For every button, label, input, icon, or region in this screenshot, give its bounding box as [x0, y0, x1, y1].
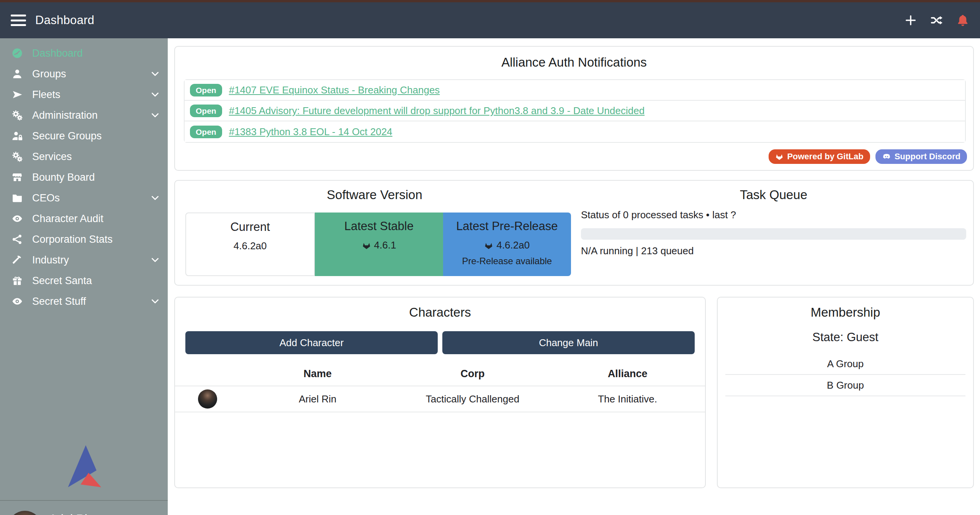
list-item: Open #1407 EVE Equinox Status - Breaking…	[185, 80, 965, 101]
membership-groups: A Group B Group	[718, 353, 973, 396]
version-stable-label: Latest Stable	[315, 219, 443, 233]
add-character-button[interactable]: Add Character	[185, 331, 438, 354]
status-badge: Open	[190, 126, 222, 138]
sidebar-nav: Dashboard Groups Fleets Administration S…	[0, 38, 168, 312]
version-stable-value: 4.6.1	[315, 239, 443, 251]
status-badge: Open	[190, 105, 222, 117]
tachometer-icon	[11, 47, 24, 59]
notification-link[interactable]: #1407 EVE Equinox Status - Breaking Chan…	[229, 84, 440, 96]
sidebar-item-bounty-board[interactable]: Bounty Board	[0, 167, 168, 188]
version-prerelease-label: Latest Pre-Release	[443, 219, 571, 233]
eye-icon	[11, 295, 24, 307]
membership-title: Membership	[718, 305, 973, 320]
gitlab-icon	[362, 241, 371, 250]
notifications-list: Open #1407 EVE Equinox Status - Breaking…	[184, 79, 966, 143]
task-queue-summary: N/A running | 213 queued	[581, 245, 694, 257]
share-icon	[11, 233, 24, 245]
gitlab-badge-label: Powered by GitLab	[787, 152, 863, 161]
sidebar: Dashboard Groups Fleets Administration S…	[0, 38, 168, 515]
discord-badge-label: Support Discord	[895, 152, 960, 161]
hammer-icon	[11, 254, 24, 266]
navbar-actions	[903, 13, 970, 28]
version-prerelease-note: Pre-Release available	[443, 256, 571, 266]
store-icon	[11, 171, 24, 183]
notification-link[interactable]: #1405 Advisory: Future development will …	[229, 105, 645, 117]
sidebar-item-fleets[interactable]: Fleets	[0, 84, 168, 105]
list-item: A Group	[725, 353, 965, 375]
chevron-down-icon	[150, 193, 160, 203]
chevron-down-icon	[150, 90, 160, 100]
sidebar-item-dashboard[interactable]: Dashboard	[0, 43, 168, 64]
sidebar-item-ceos[interactable]: CEOs	[0, 188, 168, 208]
top-navbar: Dashboard	[0, 2, 980, 38]
sidebar-item-secret-santa[interactable]: Secret Santa	[0, 270, 168, 291]
jet-icon	[11, 88, 24, 101]
notifications-title: Alliance Auth Notifications	[175, 55, 973, 70]
sidebar-item-secret-stuff[interactable]: Secret Stuff	[0, 291, 168, 312]
gift-icon	[11, 275, 24, 287]
characters-buttons: Add Character Change Main	[185, 331, 695, 354]
version-stable-cell: Latest Stable 4.6.1	[315, 213, 443, 276]
cell-corp: Tactically Challenged	[395, 393, 550, 405]
sidebar-item-services[interactable]: Services	[0, 146, 168, 167]
gitlab-badge[interactable]: Powered by GitLab	[769, 149, 870, 164]
folder-icon	[11, 192, 24, 204]
version-current-label: Current	[186, 220, 314, 234]
sidebar-item-corporation-stats[interactable]: Corporation Stats	[0, 229, 168, 250]
user-icon	[11, 68, 24, 80]
list-item: B Group	[725, 375, 965, 396]
task-queue-progressbar	[581, 228, 966, 240]
chevron-down-icon	[150, 255, 160, 265]
sidebar-item-industry[interactable]: Industry	[0, 250, 168, 270]
characters-panel: Characters Add Character Change Main Nam…	[174, 297, 706, 488]
alliance-auth-logo	[61, 442, 107, 492]
gears-icon	[11, 109, 24, 121]
notifications-footer: Powered by GitLab Support Discord	[769, 149, 967, 164]
plus-icon[interactable]	[903, 13, 918, 28]
version-table: Current 4.6.2a0 Latest Stable 4.6.1 Late…	[185, 213, 571, 276]
version-prerelease-value: 4.6.2a0	[443, 239, 571, 251]
avatar	[198, 389, 217, 409]
page: Dashboard Dashboard Groups Fleets	[0, 0, 980, 515]
chevron-down-icon	[150, 110, 160, 120]
user-lock-icon	[11, 130, 24, 142]
notifications-panel: Alliance Auth Notifications Open #1407 E…	[174, 46, 974, 171]
discord-badge[interactable]: Support Discord	[875, 149, 967, 164]
list-item: Open #1383 Python 3.8 EOL - 14 Oct 2024	[185, 121, 965, 142]
user-panel: Ariel Rin Tactically Challenged The Init…	[0, 501, 168, 515]
eye-icon	[11, 213, 24, 225]
gitlab-icon	[484, 241, 493, 250]
version-prerelease-cell: Latest Pre-Release 4.6.2a0 Pre-Release a…	[443, 213, 571, 276]
task-queue-status: Status of 0 processed tasks • last ?	[581, 209, 736, 221]
characters-table: Name Corp Alliance Ariel Rin Tactically …	[175, 362, 705, 412]
version-current-value: 4.6.2a0	[186, 240, 314, 252]
sidebar-item-administration[interactable]: Administration	[0, 105, 168, 126]
membership-state: State: Guest	[718, 330, 973, 344]
change-main-button[interactable]: Change Main	[442, 331, 695, 354]
menu-icon[interactable]	[11, 15, 26, 26]
table-header-row: Name Corp Alliance	[175, 362, 705, 386]
chevron-down-icon	[150, 69, 160, 79]
characters-title: Characters	[175, 305, 705, 320]
shuffle-icon[interactable]	[929, 13, 944, 28]
sidebar-item-groups[interactable]: Groups	[0, 64, 168, 84]
header-corp: Corp	[395, 368, 550, 380]
header-name: Name	[240, 368, 395, 380]
user-name: Ariel Rin	[49, 512, 94, 515]
bell-icon[interactable]	[955, 13, 970, 28]
sidebar-item-character-audit[interactable]: Character Audit	[0, 208, 168, 229]
software-version-section: Software Version Current 4.6.2a0 Latest …	[175, 181, 574, 285]
notification-link[interactable]: #1383 Python 3.8 EOL - 14 Oct 2024	[229, 126, 393, 138]
sidebar-item-secure-groups[interactable]: Secure Groups	[0, 126, 168, 146]
version-current-cell: Current 4.6.2a0	[185, 213, 315, 276]
task-queue-section: Task Queue Status of 0 processed tasks •…	[574, 181, 973, 285]
software-version-title: Software Version	[175, 188, 574, 202]
cell-alliance: The Initiative.	[550, 393, 705, 405]
list-item: Open #1405 Advisory: Future development …	[185, 101, 965, 121]
avatar	[8, 511, 42, 515]
version-task-panel: Software Version Current 4.6.2a0 Latest …	[174, 180, 974, 286]
table-row: Ariel Rin Tactically Challenged The Init…	[175, 386, 705, 412]
status-badge: Open	[190, 84, 222, 96]
cell-name: Ariel Rin	[240, 393, 395, 405]
header-alliance: Alliance	[550, 368, 705, 380]
